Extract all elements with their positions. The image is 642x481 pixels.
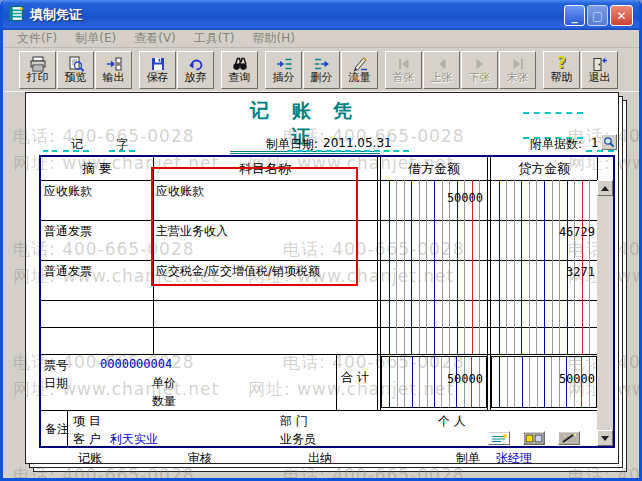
debit-ruled-column: [381, 180, 487, 354]
menu-tools[interactable]: 工具(T): [186, 29, 243, 48]
dashed-line: [287, 150, 409, 152]
voucher-scrollbar[interactable]: [597, 180, 613, 446]
ruled-line: [411, 180, 412, 354]
next-voucher-button: 下张: [461, 51, 498, 89]
customer-value[interactable]: 利天实业: [110, 431, 158, 448]
maker-sign-value: 张经理: [496, 450, 532, 467]
scroll-down-button[interactable]: [597, 430, 613, 446]
highlight-red-box: [151, 167, 358, 286]
ruled-line: [419, 180, 420, 354]
credit-amount-cell[interactable]: 3271: [491, 265, 595, 279]
col-header-debit: 借方金额: [381, 160, 487, 178]
summary-cell[interactable]: 普通发票: [44, 263, 92, 280]
exit-icon: [592, 55, 608, 72]
discard-button[interactable]: 放弃: [177, 51, 214, 89]
ruled-line: [389, 180, 390, 354]
summary-cell[interactable]: 应收账款: [44, 183, 92, 200]
maker-sign-label: 制单: [456, 450, 480, 467]
menu-view[interactable]: 查看(V): [126, 29, 184, 48]
total-credit-value: 50000: [491, 372, 595, 386]
salesman-label: 业务员: [280, 431, 316, 448]
menu-help[interactable]: 帮助(H): [245, 29, 303, 48]
customer-label: 客 户: [73, 431, 101, 448]
ruled-line: [449, 180, 450, 354]
app-icon: [8, 5, 25, 26]
dashed-line: [63, 150, 89, 152]
make-date-value[interactable]: 2011.05.31: [323, 136, 392, 150]
cashflow-button[interactable]: 流量: [341, 51, 378, 89]
ruled-line: [396, 180, 397, 354]
summary-library-button[interactable]: [488, 431, 510, 445]
exit-button[interactable]: 退出: [581, 51, 618, 89]
attach-count-label: 附单据数:: [530, 136, 582, 153]
search-icon: [232, 55, 248, 72]
last-voucher-button: 末张: [499, 51, 536, 89]
insert-line-button[interactable]: 插分: [265, 51, 302, 89]
title-bar[interactable]: 填制凭证 _ ▢ ✕: [3, 0, 639, 30]
scroll-up-button[interactable]: [597, 180, 613, 196]
save-icon: [150, 55, 166, 72]
debit-amount-cell[interactable]: 50000: [381, 191, 483, 205]
preview-icon: [68, 55, 84, 72]
ticket-no-label: 票号: [44, 357, 68, 374]
maximize-button: ▢: [587, 5, 608, 26]
help-button[interactable]: ? 帮助: [543, 51, 580, 89]
print-button[interactable]: 打印: [19, 51, 56, 89]
quantity-label: 数量: [152, 393, 176, 410]
dashed-line: [43, 150, 57, 152]
preview-button[interactable]: 预览: [57, 51, 94, 89]
credit-amount-cell[interactable]: 46729: [491, 225, 595, 239]
summary-cell[interactable]: 普通发票: [44, 223, 92, 240]
undo-icon: [188, 55, 204, 72]
menu-voucher[interactable]: 制单(E): [67, 29, 124, 48]
query-button[interactable]: 查询: [221, 51, 258, 89]
ruled-line: [434, 180, 435, 354]
ruled-line: [426, 180, 427, 354]
first-voucher-button: 首张: [385, 51, 422, 89]
save-button[interactable]: 保存: [139, 51, 176, 89]
audit-sign-label: 审核: [188, 450, 212, 467]
toolbar: 打印 预览 输出 保存 放弃 查询 插分 删分: [3, 48, 639, 92]
grid-line: [377, 157, 378, 410]
delete-line-button[interactable]: 删分: [303, 51, 340, 89]
dashed-line: [523, 112, 583, 114]
ruled-line: [404, 180, 405, 354]
person-label: 个 人: [438, 413, 466, 430]
prev-page-icon: [434, 55, 450, 72]
window-title: 填制凭证: [30, 6, 82, 24]
common-entry-button[interactable]: [523, 431, 545, 445]
next-page-icon: [472, 55, 488, 72]
cashflow-icon: [352, 55, 368, 72]
total-label: 合 计: [341, 369, 369, 386]
minimize-button[interactable]: _: [564, 5, 585, 26]
dashed-line: [586, 150, 614, 152]
insert-row-icon: [276, 55, 292, 72]
remark-label: 备注: [45, 421, 69, 438]
ticket-date-label: 日期: [44, 375, 68, 392]
grid-line: [41, 410, 597, 411]
col-header-summary: 摘 要: [41, 160, 153, 178]
menu-bar: 文件(F) 制单(E) 查看(V) 工具(T) 帮助(H): [3, 30, 639, 48]
total-debit-value: 50000: [381, 372, 483, 386]
close-button[interactable]: ✕: [610, 5, 633, 26]
grid-line: [487, 157, 488, 410]
export-icon: [106, 55, 122, 72]
bookkeeping-sign-label: 记账: [78, 450, 102, 467]
help-icon: ?: [557, 55, 566, 72]
export-button[interactable]: 输出: [95, 51, 132, 89]
ruled-line: [472, 180, 473, 354]
ticket-no-value[interactable]: 0000000004: [100, 357, 172, 371]
attach-count-value[interactable]: 1: [591, 136, 598, 150]
ruled-line: [479, 180, 480, 354]
last-page-icon: [510, 55, 526, 72]
menu-file[interactable]: 文件(F): [9, 29, 65, 48]
grid-line: [336, 354, 337, 410]
dept-label: 部 门: [280, 413, 308, 430]
magnifier-button[interactable]: [601, 134, 617, 150]
col-header-credit: 贷方金额: [491, 160, 597, 178]
dashed-line: [109, 150, 135, 152]
app-window: 填制凭证 _ ▢ ✕ 文件(F) 制单(E) 查看(V) 工具(T) 帮助(H)…: [0, 0, 642, 481]
magic-wand-button[interactable]: [558, 431, 580, 445]
first-page-icon: [396, 55, 412, 72]
unit-price-label: 单价: [152, 375, 176, 392]
